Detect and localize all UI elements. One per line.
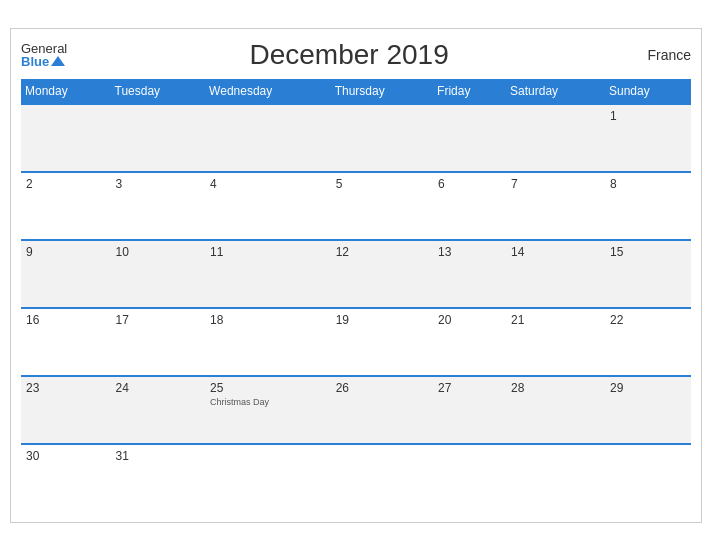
calendar-cell: 7 <box>506 172 605 240</box>
calendar-cell: 14 <box>506 240 605 308</box>
calendar-cell: 29 <box>605 376 691 444</box>
day-number: 10 <box>116 245 201 259</box>
weekday-header-friday: Friday <box>433 79 506 104</box>
calendar-cell <box>433 444 506 512</box>
calendar-cell: 21 <box>506 308 605 376</box>
day-number: 3 <box>116 177 201 191</box>
calendar-cell: 23 <box>21 376 111 444</box>
calendar-cell: 13 <box>433 240 506 308</box>
day-number: 24 <box>116 381 201 395</box>
calendar-container: General Blue December 2019 France Monday… <box>10 28 702 523</box>
weekday-header-tuesday: Tuesday <box>111 79 206 104</box>
day-number: 27 <box>438 381 501 395</box>
weekday-header-thursday: Thursday <box>331 79 433 104</box>
calendar-cell: 27 <box>433 376 506 444</box>
calendar-cell <box>605 444 691 512</box>
weekday-header-saturday: Saturday <box>506 79 605 104</box>
day-number: 12 <box>336 245 428 259</box>
calendar-cell: 22 <box>605 308 691 376</box>
day-number: 6 <box>438 177 501 191</box>
day-number: 28 <box>511 381 600 395</box>
calendar-cell: 20 <box>433 308 506 376</box>
calendar-country: France <box>631 47 691 63</box>
calendar-cell <box>21 104 111 172</box>
weekday-header-row: MondayTuesdayWednesdayThursdayFridaySatu… <box>21 79 691 104</box>
day-number: 11 <box>210 245 326 259</box>
calendar-cell: 1 <box>605 104 691 172</box>
day-number: 23 <box>26 381 106 395</box>
day-number: 16 <box>26 313 106 327</box>
calendar-cell <box>506 104 605 172</box>
calendar-cell <box>506 444 605 512</box>
calendar-week-row: 2345678 <box>21 172 691 240</box>
calendar-cell: 12 <box>331 240 433 308</box>
calendar-cell: 31 <box>111 444 206 512</box>
logo-triangle-icon <box>51 56 65 66</box>
calendar-week-row: 9101112131415 <box>21 240 691 308</box>
day-number: 31 <box>116 449 201 463</box>
day-number: 9 <box>26 245 106 259</box>
day-number: 4 <box>210 177 326 191</box>
day-number: 14 <box>511 245 600 259</box>
calendar-cell <box>433 104 506 172</box>
calendar-cell: 17 <box>111 308 206 376</box>
day-number: 13 <box>438 245 501 259</box>
calendar-grid: MondayTuesdayWednesdayThursdayFridaySatu… <box>21 79 691 512</box>
calendar-cell <box>205 104 331 172</box>
calendar-cell <box>111 104 206 172</box>
calendar-title: December 2019 <box>67 39 631 71</box>
calendar-cell: 15 <box>605 240 691 308</box>
day-number: 1 <box>610 109 686 123</box>
calendar-cell: 6 <box>433 172 506 240</box>
day-number: 29 <box>610 381 686 395</box>
day-number: 20 <box>438 313 501 327</box>
day-number: 15 <box>610 245 686 259</box>
day-number: 25 <box>210 381 326 395</box>
day-number: 21 <box>511 313 600 327</box>
calendar-cell: 3 <box>111 172 206 240</box>
logo: General Blue <box>21 42 67 68</box>
calendar-cell <box>205 444 331 512</box>
calendar-cell: 9 <box>21 240 111 308</box>
calendar-week-row: 16171819202122 <box>21 308 691 376</box>
day-event: Christmas Day <box>210 397 326 408</box>
day-number: 18 <box>210 313 326 327</box>
calendar-week-row: 3031 <box>21 444 691 512</box>
calendar-cell: 4 <box>205 172 331 240</box>
calendar-cell: 19 <box>331 308 433 376</box>
day-number: 30 <box>26 449 106 463</box>
calendar-cell <box>331 444 433 512</box>
calendar-cell: 16 <box>21 308 111 376</box>
calendar-cell: 26 <box>331 376 433 444</box>
weekday-header-sunday: Sunday <box>605 79 691 104</box>
logo-blue-text: Blue <box>21 55 49 68</box>
calendar-cell: 18 <box>205 308 331 376</box>
calendar-week-row: 1 <box>21 104 691 172</box>
calendar-cell: 25Christmas Day <box>205 376 331 444</box>
day-number: 5 <box>336 177 428 191</box>
day-number: 7 <box>511 177 600 191</box>
calendar-cell <box>331 104 433 172</box>
calendar-cell: 30 <box>21 444 111 512</box>
weekday-header-monday: Monday <box>21 79 111 104</box>
calendar-cell: 10 <box>111 240 206 308</box>
day-number: 17 <box>116 313 201 327</box>
day-number: 8 <box>610 177 686 191</box>
calendar-header: General Blue December 2019 France <box>21 39 691 71</box>
calendar-cell: 11 <box>205 240 331 308</box>
calendar-cell: 2 <box>21 172 111 240</box>
day-number: 22 <box>610 313 686 327</box>
calendar-cell: 28 <box>506 376 605 444</box>
calendar-cell: 5 <box>331 172 433 240</box>
calendar-cell: 8 <box>605 172 691 240</box>
calendar-week-row: 232425Christmas Day26272829 <box>21 376 691 444</box>
day-number: 2 <box>26 177 106 191</box>
day-number: 19 <box>336 313 428 327</box>
calendar-cell: 24 <box>111 376 206 444</box>
day-number: 26 <box>336 381 428 395</box>
logo-general-text: General <box>21 42 67 55</box>
weekday-header-wednesday: Wednesday <box>205 79 331 104</box>
